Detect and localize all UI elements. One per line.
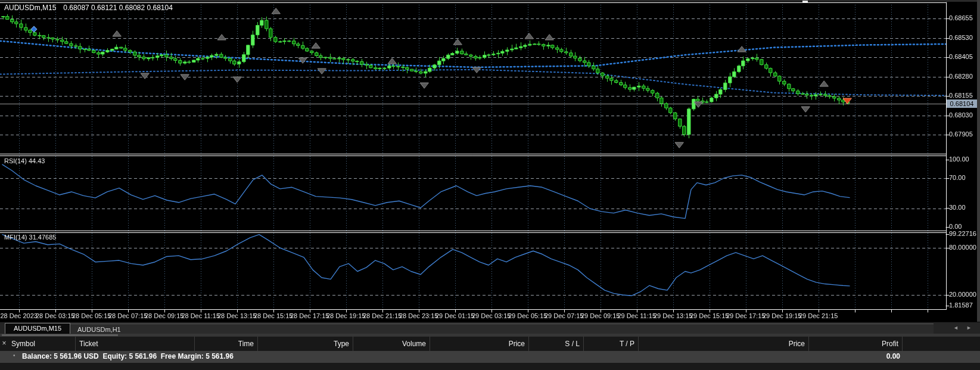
mfi-tick-label: 20.00000 (949, 291, 976, 298)
time-tick-label: 29 Dec 03:15 (472, 312, 511, 319)
time-tick-label: 28 Dec 21:15 (363, 312, 402, 319)
time-tick-label: 28 Dec 03:15 (36, 312, 74, 319)
rsi-tick-label: 100.00 (949, 156, 969, 163)
rsi-tick-label: 0.00 (949, 223, 962, 230)
splitter-thumb[interactable] (2, 334, 118, 336)
tab-scroll-right-icon[interactable]: ► (966, 325, 972, 331)
time-tick-label: 29 Dec 07:15 (545, 312, 583, 319)
chart-tab-bar: AUDUSDm,H1 AUDUSDm,M15 ◄ ► (0, 322, 980, 334)
mfi-label: MFI(14) 31.47685 (4, 234, 56, 241)
column-header-type: Type (258, 337, 353, 351)
time-tick-label: 28 Dec 13:15 (217, 312, 256, 319)
column-header-t-p: T / P (584, 337, 639, 351)
time-tick-label: 29 Dec 17:15 (726, 312, 765, 319)
price-tick-label: 0.67905 (949, 130, 973, 138)
time-tick-label: 29 Dec 21:15 (799, 312, 838, 319)
chart-ohlc-values: 0.68087 0.68121 0.68082 0.68104 (63, 4, 173, 12)
bottom-strip (0, 363, 980, 370)
time-tick-label: 29 Dec 11:15 (617, 312, 656, 319)
price-tick-label: 0.68155 (949, 92, 973, 99)
column-header-volume: Volume (353, 337, 430, 351)
close-terminal-button[interactable]: × (0, 337, 8, 351)
time-tick-label: 29 Dec 05:15 (508, 312, 547, 319)
price-tick-label: 0.68530 (949, 34, 973, 41)
balance-text: Balance: 5 561.96 USD Equity: 5 561.96 F… (22, 352, 234, 360)
rsi-tick-label: 70.00 (949, 174, 966, 181)
price-tick-label: 0.68405 (949, 53, 973, 60)
time-tick-label: 28 Dec 23:15 (399, 312, 438, 319)
mt4-chart-window: AUDUSDm,M150.68087 0.68121 0.68082 0.681… (0, 0, 980, 370)
chart-symbol-timeframe: AUDUSDm,M15 (4, 4, 56, 12)
terminal-header: × SymbolTicketTimeTypeVolumePriceS / LT … (0, 337, 980, 351)
price-tick-label: 0.68655 (949, 14, 973, 21)
price-tick-label: 0.68280 (949, 73, 973, 80)
time-tick-label: 28 Dec 09:15 (145, 312, 183, 319)
time-tick-label: 29 Dec 01:15 (435, 312, 474, 319)
rsi-label: RSI(14) 44.43 (4, 157, 45, 164)
balance-bullet-icon: • (13, 352, 15, 359)
time-tick-label: 28 Dec 17:15 (290, 312, 329, 319)
column-header-time: Time (195, 337, 258, 351)
time-tick-label: 29 Dec 19:15 (763, 312, 801, 319)
column-header-ticket: Ticket (76, 337, 195, 351)
time-tick-label: 29 Dec 15:15 (690, 312, 729, 319)
column-header-profit: Profit (809, 337, 903, 351)
time-tick-label: 28 Dec 19:15 (326, 312, 365, 319)
rsi-tick-label: 30.00 (949, 204, 966, 211)
price-tick-label: 0.68030 (949, 111, 973, 119)
time-tick-label: 28 Dec 11:15 (181, 312, 220, 319)
inactive-tab-strip: AUDUSDm,H1 (64, 324, 934, 334)
current-price-badge: 0.68104 (947, 100, 977, 108)
balance-profit-value: 0.00 (809, 352, 900, 360)
tab-scroll-left-icon[interactable]: ◄ (953, 325, 959, 331)
column-header-price: Price (430, 337, 529, 351)
mfi-tick-label: 1.81587 (949, 301, 973, 309)
balance-row[interactable]: • Balance: 5 561.96 USD Equity: 5 561.96… (0, 351, 980, 363)
time-tick-label: 28 Dec 15:15 (254, 312, 293, 319)
column-header-symbol: Symbol (8, 337, 76, 351)
tab-audusdm-m15[interactable]: AUDUSDm,M15 (5, 323, 70, 334)
time-tick-label: 29 Dec 13:15 (654, 312, 692, 319)
mfi-tick-label: 99.22716 (949, 230, 976, 237)
column-header-price: Price (639, 337, 809, 351)
time-tick-label: 28 Dec 07:15 (108, 312, 147, 319)
time-tick-label: 29 Dec 09:15 (581, 312, 620, 319)
column-header-s-l: S / L (529, 337, 584, 351)
chart-title: AUDUSDm,M150.68087 0.68121 0.68082 0.681… (4, 4, 173, 12)
time-tick-label: 28 Dec 2023 (0, 312, 37, 319)
time-tick-label: 28 Dec 05:15 (72, 312, 111, 319)
mfi-tick-label: 80.00000 (949, 244, 976, 251)
